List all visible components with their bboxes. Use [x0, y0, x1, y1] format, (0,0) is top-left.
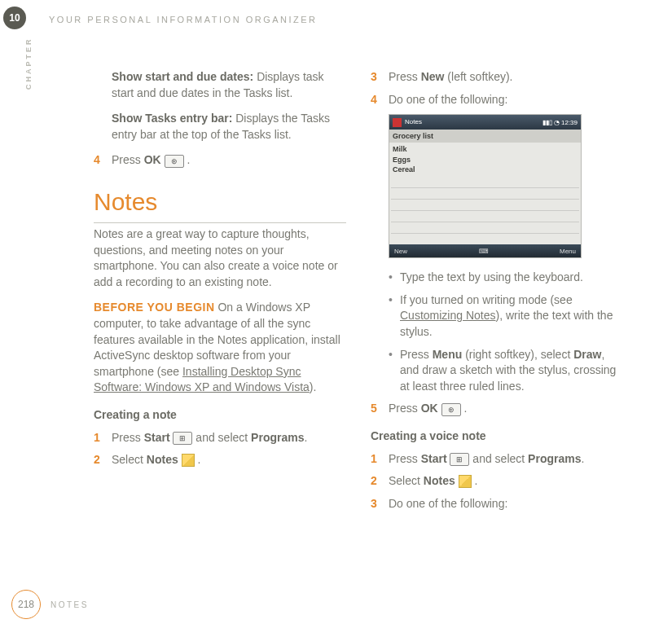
- ss-softkey-left: New: [394, 247, 407, 256]
- before-label: BEFORE YOU BEGIN: [94, 301, 215, 314]
- text: and select: [469, 452, 528, 465]
- ss-line: Cereal: [393, 165, 578, 175]
- ss-note-body: Milk Eggs Cereal: [389, 143, 581, 177]
- creating-voice-note-head: Creating a voice note: [371, 428, 623, 445]
- bullet-dot: •: [389, 270, 400, 286]
- text: Do one of the following:: [389, 92, 623, 108]
- bullet-1: • Type the text by using the keyboard.: [371, 270, 623, 286]
- text: Press: [112, 431, 144, 444]
- text: Do one of the following:: [389, 496, 623, 512]
- ss-keyboard-icon: ⌨: [479, 247, 489, 256]
- ok-label: OK: [421, 402, 438, 415]
- bullet-3: • Press Menu (right softkey), select Dra…: [371, 347, 623, 395]
- notes-app-icon: [182, 454, 195, 467]
- create-step-5: 5 Press OK ⊛ .: [371, 401, 623, 417]
- voice-step-2: 2 Select Notes .: [371, 473, 623, 490]
- footer-section-label: NOTES: [51, 600, 89, 609]
- start-icon: ⊞: [173, 432, 192, 445]
- creating-a-note-head: Creating a note: [94, 407, 346, 424]
- ss-line: Milk: [393, 144, 578, 155]
- ss-softkey-right: Menu: [560, 247, 576, 256]
- customizing-notes-link[interactable]: Customizing Notes: [400, 309, 496, 322]
- show-dates-para: Show start and due dates: Displays task …: [94, 69, 346, 101]
- windows-flag-icon: [393, 118, 402, 127]
- notes-label: Notes: [147, 453, 178, 466]
- text: Select: [389, 474, 424, 487]
- page-number: 218: [11, 590, 41, 619]
- ss-note-title: Grocery list: [389, 130, 581, 143]
- create-step-3: 3 Press New (left softkey).: [371, 69, 623, 86]
- step-number: 2: [371, 473, 389, 490]
- step-number: 5: [371, 401, 389, 417]
- running-head: YOUR PERSONAL INFORMATION ORGANIZER: [0, 0, 672, 24]
- step-number: 1: [94, 430, 112, 446]
- show-tasks-label: Show Tasks entry bar:: [112, 112, 232, 125]
- ok-button-icon: ⊛: [165, 155, 184, 168]
- start-label: Start: [144, 431, 170, 444]
- ss-status-right: ▮▮▯ ◔ 12:39: [542, 118, 578, 127]
- ok-button-icon: ⊛: [441, 403, 461, 416]
- ss-softkey-bar: New ⌨ Menu: [389, 244, 581, 257]
- notes-label: Notes: [424, 474, 455, 487]
- ss-line: Eggs: [393, 155, 578, 165]
- bullet-dot: •: [389, 347, 400, 395]
- ss-app-title: Notes: [405, 118, 422, 125]
- create-step-2: 2 Select Notes .: [94, 452, 346, 468]
- chapter-number-badge: 10: [3, 7, 26, 29]
- menu-label: Menu: [433, 348, 463, 361]
- text: Press: [389, 452, 421, 465]
- before-you-begin: BEFORE YOU BEGIN On a Windows XP compute…: [94, 300, 346, 396]
- draw-label: Draw: [573, 348, 601, 361]
- voice-step-3: 3 Do one of the following:: [371, 496, 623, 512]
- ok-label: OK: [144, 153, 161, 166]
- step-number: 3: [371, 69, 389, 86]
- start-icon: ⊞: [450, 453, 469, 466]
- text: Press: [389, 70, 421, 83]
- ss-statusbar: Notes ▮▮▯ ◔ 12:39: [389, 115, 581, 130]
- step-number: 1: [371, 451, 389, 468]
- notes-heading: Notes: [94, 185, 346, 223]
- step-number: 2: [94, 452, 112, 468]
- step-number: 4: [371, 92, 389, 108]
- notes-app-icon: [459, 475, 472, 488]
- text: If you turned on writing mode (see: [400, 293, 573, 306]
- step-number: 4: [94, 152, 112, 169]
- notes-intro: Notes are a great way to capture thought…: [94, 226, 346, 290]
- start-label: Start: [421, 452, 447, 465]
- bullet-dot: •: [389, 292, 400, 340]
- text: (right softkey), select: [462, 348, 573, 361]
- bullet-2: • If you turned on writing mode (see Cus…: [371, 292, 623, 340]
- create-step-1: 1 Press Start ⊞ and select Programs.: [94, 430, 346, 446]
- text: Press: [112, 153, 144, 166]
- programs-label: Programs: [528, 452, 581, 465]
- show-tasks-para: Show Tasks entry bar: Displays the Tasks…: [94, 111, 346, 143]
- text: Select: [112, 453, 147, 466]
- show-dates-label: Show start and due dates:: [112, 70, 253, 83]
- text: and select: [192, 431, 251, 444]
- page-footer: 218 NOTES: [0, 590, 89, 619]
- new-label: New: [421, 70, 445, 83]
- step-4-left: 4 Press OK ⊛ .: [94, 152, 346, 169]
- create-step-4: 4 Do one of the following:: [371, 92, 623, 108]
- device-screenshot: Notes ▮▮▯ ◔ 12:39 Grocery list Milk Eggs…: [389, 114, 582, 258]
- left-column: Show start and due dates: Displays task …: [94, 69, 346, 518]
- text: Press: [400, 348, 433, 361]
- before-text-b: ).: [310, 380, 317, 393]
- text: (left softkey).: [444, 70, 512, 83]
- right-column: 3 Press New (left softkey). 4 Do one of …: [371, 69, 623, 518]
- chapter-label: CHAPTER: [24, 37, 33, 90]
- text: Type the text by using the keyboard.: [400, 270, 623, 286]
- step-number: 3: [371, 496, 389, 512]
- programs-label: Programs: [251, 431, 304, 444]
- text: Press: [389, 402, 421, 415]
- voice-step-1: 1 Press Start ⊞ and select Programs.: [371, 451, 623, 468]
